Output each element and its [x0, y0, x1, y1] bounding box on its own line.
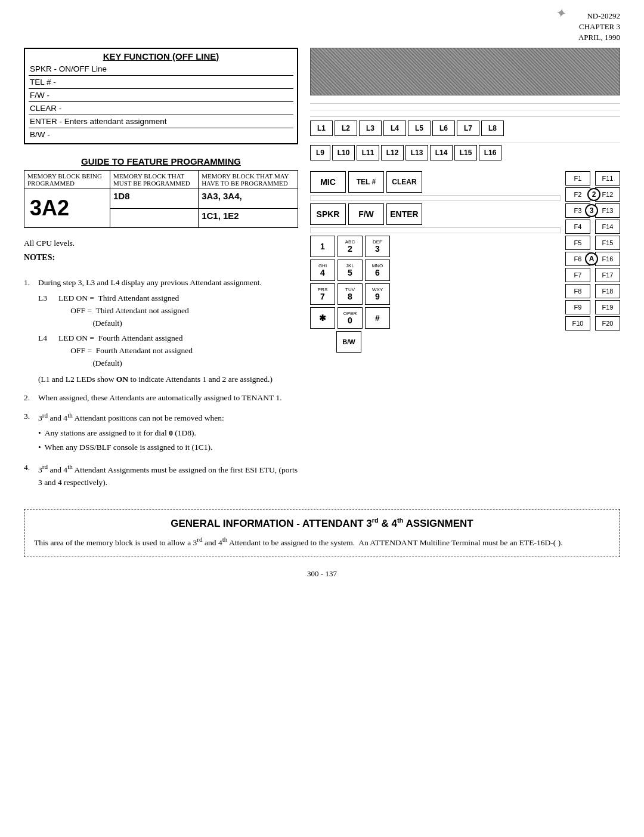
general-info-box: GENERAL INFORMATION - ATTENDANT 3rd & 4t… [24, 509, 620, 557]
key-7[interactable]: PRS 7 [310, 283, 335, 305]
note3-bullets: Any stations are assigned to it for dial… [38, 427, 298, 454]
note-item-1: 1. During step 3, L3 and L4 display any … [24, 277, 298, 386]
line-key-L5[interactable]: L5 [408, 121, 431, 136]
f13-key[interactable]: F13 [595, 203, 620, 218]
line-keys-row1: L1 L2 L3 L4 L5 L6 L7 L8 [310, 121, 620, 136]
f8-key[interactable]: F8 [565, 284, 590, 298]
key-2[interactable]: ABC 2 [338, 236, 363, 257]
key-6[interactable]: MNO 6 [365, 260, 390, 281]
mic-key[interactable]: MIC [310, 171, 346, 193]
bullet-1: Any stations are assigned to it for dial… [38, 427, 298, 440]
keypad-row-6: ✱ OPER 0 # [310, 307, 561, 329]
col3-value1: 3A3, 3A4, [202, 191, 242, 201]
lcd-display [310, 48, 620, 95]
line-key-L9[interactable]: L9 [310, 145, 330, 160]
f3-key-container: F3 3 [565, 203, 590, 218]
f16-key[interactable]: F16 [595, 252, 620, 266]
f1-key[interactable]: F1 [565, 171, 590, 186]
f4-key[interactable]: F4 [565, 220, 590, 234]
col2-header: MEMORY BLOCK THATMUST BE PROGRAMMED [110, 171, 199, 189]
spacer-row2 [310, 106, 620, 110]
date: APRIL, 1990 [578, 32, 620, 43]
chapter: CHAPTER 3 [578, 21, 620, 32]
guide-section: GUIDE TO FEATURE PROGRAMMING MEMORY BLOC… [24, 156, 298, 228]
badge-a: A [585, 252, 598, 265]
key-function-row: ENTER - Enters attendant assignment [29, 115, 293, 128]
line-key-L13[interactable]: L13 [405, 145, 428, 160]
notes-list: 1. During step 3, L3 and L4 display any … [24, 277, 298, 489]
key-function-box: KEY FUNCTION (OFF LINE) SPKR - ON/OFF Li… [24, 48, 298, 144]
key-hash[interactable]: # [365, 307, 390, 329]
f15-key[interactable]: F15 [595, 236, 620, 250]
general-info-text: This area of the memory block is used to… [34, 535, 610, 549]
line-key-L16[interactable]: L16 [479, 145, 501, 160]
key-1[interactable]: 1 [310, 236, 335, 257]
line-key-L2[interactable]: L2 [335, 121, 357, 136]
note-item-3: 3. 3rd and 4th Attendant positions can n… [24, 410, 298, 456]
note1-text: During step 3, L3 and L4 display any pre… [38, 278, 262, 287]
badge-3: 3 [585, 204, 598, 217]
key-8[interactable]: TUV 8 [338, 283, 363, 305]
key-5[interactable]: JKL 5 [338, 260, 363, 281]
line-key-L11[interactable]: L11 [357, 145, 379, 160]
note-item-4: 4. 3rd and 4th Attendant Assignments mus… [24, 462, 298, 489]
line-key-L1[interactable]: L1 [310, 121, 333, 136]
note4-text: 3rd and 4th Attendant Assignments must b… [38, 462, 298, 489]
notes-label: NOTES: [24, 251, 298, 264]
document-header: ND-20292 CHAPTER 3 APRIL, 1990 [578, 11, 620, 44]
line-key-L12[interactable]: L12 [381, 145, 404, 160]
line-key-L10[interactable]: L10 [332, 145, 355, 160]
page-number: 300 - 137 [24, 569, 620, 579]
key-function-rows: SPKR - ON/OFF LineTEL # -F/W -CLEAR -ENT… [25, 63, 297, 143]
doc-number: ND-20292 [578, 11, 620, 21]
cpu-line: All CPU levels. [24, 237, 298, 250]
tel-hash-key[interactable]: TEL # [348, 171, 384, 193]
f2-key[interactable]: F2 [565, 187, 590, 202]
f10-key[interactable]: F10 [565, 316, 590, 331]
f20-key[interactable]: F20 [595, 316, 620, 331]
key-function-title: KEY FUNCTION (OFF LINE) [25, 49, 297, 63]
f19-key[interactable]: F19 [595, 300, 620, 314]
fw-key[interactable]: F/W [348, 203, 384, 225]
corner-decoration: ✦ [555, 5, 568, 23]
f17-key[interactable]: F17 [595, 268, 620, 282]
line-key-L14[interactable]: L14 [430, 145, 453, 160]
spacer-row4 [310, 138, 620, 143]
notes-section: All CPU levels. NOTES: 1. During step 3,… [24, 237, 298, 489]
f14-key[interactable]: F14 [595, 220, 620, 234]
key-9[interactable]: WXY 9 [365, 283, 390, 305]
f11-key[interactable]: F11 [595, 171, 620, 186]
f-keys-right: F11 F12 2 F13 F14 F15 F16 F17 F18 F19 F2… [595, 171, 620, 355]
f9-key[interactable]: F9 [565, 300, 590, 314]
line-key-L8[interactable]: L8 [481, 121, 504, 136]
key-4[interactable]: GHI 4 [310, 260, 335, 281]
line-key-L15[interactable]: L15 [454, 145, 477, 160]
line-key-L3[interactable]: L3 [359, 121, 382, 136]
keypad-row-3: 1 ABC 2 DEF 3 [310, 236, 561, 257]
note1-extra: (L1 and L2 LEDs show ON to indicate Atte… [38, 373, 298, 386]
line-key-L7[interactable]: L7 [457, 121, 479, 136]
key-function-row: CLEAR - [29, 102, 293, 115]
bw-key[interactable]: B/W [336, 331, 361, 353]
clear-key[interactable]: CLEAR [386, 171, 422, 193]
key-3[interactable]: DEF 3 [365, 236, 390, 257]
key-star[interactable]: ✱ [310, 307, 335, 329]
line-key-L6[interactable]: L6 [432, 121, 455, 136]
note3-text: 3rd and 4th Attendant positions can not … [38, 413, 224, 422]
f6-key-container: F6 A [565, 252, 590, 266]
line-key-L4[interactable]: L4 [383, 121, 406, 136]
f5-key[interactable]: F5 [565, 236, 590, 250]
col2-empty-cell [110, 208, 199, 228]
general-info-title: GENERAL INFORMATION - ATTENDANT 3rd & 4t… [34, 517, 610, 530]
f18-key[interactable]: F18 [595, 284, 620, 298]
f7-key[interactable]: F7 [565, 268, 590, 282]
spacer-row3 [310, 112, 620, 117]
keypad-func-area: MIC TEL # CLEAR SPKR [310, 171, 620, 355]
enter-key[interactable]: ENTER [386, 203, 422, 225]
key-0[interactable]: OPER 0 [338, 307, 363, 329]
spkr-key[interactable]: SPKR [310, 203, 346, 225]
col3-val1-cell: 3A3, 3A4, [199, 189, 298, 209]
guide-table: MEMORY BLOCK BEINGPROGRAMMED MEMORY BLOC… [24, 170, 298, 228]
col1-header: MEMORY BLOCK BEINGPROGRAMMED [24, 171, 110, 189]
spacer-row1 [310, 99, 620, 104]
